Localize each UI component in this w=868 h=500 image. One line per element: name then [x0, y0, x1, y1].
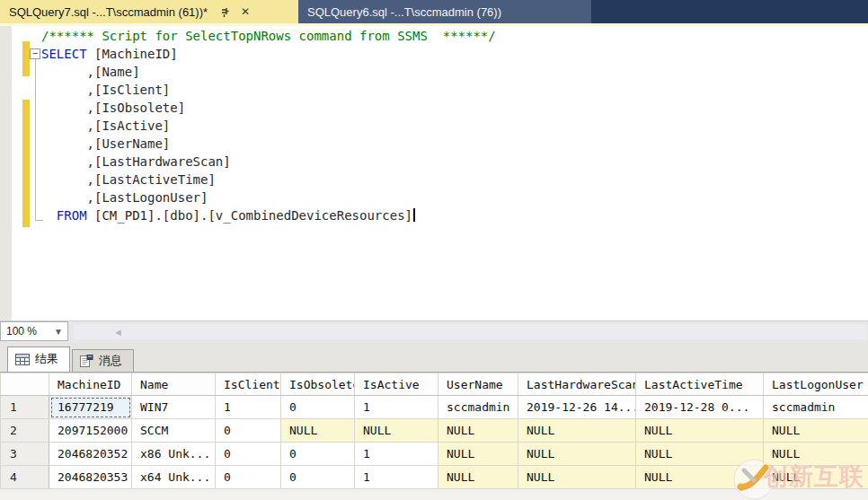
- tab-sqlquery6[interactable]: SQLQuery6.sql -...T\sccmadmin (76)): [298, 0, 591, 23]
- grid-cell[interactable]: NULL: [636, 443, 764, 466]
- sql-indent: [41, 208, 57, 223]
- sql-column: [MachineID]: [87, 47, 178, 61]
- grid-cell[interactable]: NULL: [518, 419, 636, 443]
- grid-cell[interactable]: 1: [355, 396, 438, 419]
- column-header[interactable]: LastHardwareScan: [518, 373, 636, 396]
- results-tab-strip: 结果 消息: [0, 342, 868, 372]
- column-header[interactable]: IsObsolete: [281, 373, 355, 396]
- grid-cell[interactable]: 0: [281, 466, 355, 489]
- row-number[interactable]: 3: [1, 443, 49, 466]
- grid-cell[interactable]: 2097152000: [49, 419, 132, 443]
- outline-guide-line: [35, 59, 36, 220]
- table-row: 2 2097152000 SCCM 0 NULL NULL NULL NULL …: [1, 419, 868, 443]
- scroll-left-icon[interactable]: ◄: [74, 327, 123, 338]
- sql-column: ,[LastLogonUser]: [41, 190, 208, 205]
- results-grid-pane: MachineID Name IsClient IsObsolete IsAct…: [0, 372, 868, 500]
- column-header[interactable]: LastLogonUser: [764, 373, 868, 396]
- row-number[interactable]: 2: [1, 419, 49, 443]
- tab-label: SQLQuery6.sql -...T\sccmadmin (76)): [307, 5, 501, 19]
- grid-cell[interactable]: x86 Unk...: [132, 443, 216, 466]
- grid-cell[interactable]: 2046820352: [49, 443, 132, 466]
- grid-cell[interactable]: 1: [355, 443, 438, 466]
- grid-cell[interactable]: 0: [281, 396, 355, 419]
- grid-cell[interactable]: x64 Unk...: [132, 466, 216, 489]
- change-tracking-bar: [22, 41, 30, 76]
- close-icon[interactable]: ✕: [241, 5, 250, 18]
- row-number[interactable]: 1: [1, 396, 49, 419]
- sql-column: ,[Name]: [41, 65, 140, 79]
- document-tab-bar: SQLQuery7.sql -...T\sccmadmin (61))* ✕ S…: [0, 0, 868, 23]
- grid-cell[interactable]: NULL: [281, 419, 355, 443]
- grid-cell[interactable]: NULL: [636, 466, 764, 489]
- grid-icon: [15, 354, 30, 365]
- sql-keyword-select: SELECT: [41, 47, 87, 61]
- grid-cell[interactable]: NULL: [355, 419, 438, 443]
- column-header[interactable]: IsActive: [355, 373, 438, 396]
- sql-code[interactable]: /****** Script for SelectTopNRows comman…: [41, 27, 496, 224]
- grid-cell[interactable]: WIN7: [132, 396, 216, 419]
- row-number[interactable]: 4: [1, 466, 49, 489]
- grid-cell[interactable]: 2019-12-28 0...: [636, 396, 764, 419]
- tab-results[interactable]: 结果: [7, 346, 70, 372]
- grid-cell[interactable]: sccmadmin: [438, 396, 518, 419]
- sql-column: ,[LastActiveTime]: [41, 172, 216, 187]
- column-header[interactable]: IsClient: [216, 373, 281, 396]
- column-header[interactable]: Name: [132, 373, 216, 396]
- grid-cell[interactable]: NULL: [764, 443, 868, 466]
- grid-cell[interactable]: NULL: [438, 419, 518, 443]
- results-tab-label: 结果: [35, 351, 58, 367]
- grid-cell[interactable]: 1: [216, 396, 281, 419]
- sql-comment: /****** Script for SelectTopNRows comman…: [41, 29, 496, 43]
- results-grid: MachineID Name IsClient IsObsolete IsAct…: [0, 373, 868, 489]
- grid-cell[interactable]: NULL: [764, 419, 868, 443]
- sql-column: ,[LastHardwareScan]: [41, 154, 231, 169]
- grid-cell-selected[interactable]: 16777219: [49, 396, 132, 419]
- tab-messages[interactable]: 消息: [72, 349, 134, 372]
- text-cursor: [413, 208, 415, 222]
- tab-label: SQLQuery7.sql -...T\sccmadmin (61))*: [9, 5, 208, 19]
- column-header[interactable]: MachineID: [49, 373, 132, 396]
- grid-cell[interactable]: 0: [216, 466, 281, 489]
- corner-header[interactable]: [1, 373, 49, 396]
- zoom-dropdown[interactable]: 100 % ▼: [0, 321, 68, 341]
- grid-cell[interactable]: NULL: [518, 466, 636, 489]
- messages-tab-label: 消息: [99, 353, 122, 369]
- grid-cell[interactable]: sccmadmin: [764, 396, 868, 419]
- messages-icon: [80, 355, 93, 367]
- editor-bottom-strip: 100 % ▼ ◄: [0, 320, 868, 342]
- grid-cell[interactable]: NULL: [518, 443, 636, 466]
- chevron-down-icon[interactable]: ▼: [49, 327, 67, 337]
- table-row: 4 2046820353 x64 Unk... 0 0 1 NULL NULL …: [1, 466, 868, 489]
- sql-editor[interactable]: − /****** Script for SelectTopNRows comm…: [0, 26, 868, 320]
- sql-column: ,[IsClient]: [41, 83, 170, 97]
- grid-cell[interactable]: NULL: [438, 443, 518, 466]
- grid-cell[interactable]: 0: [216, 419, 281, 443]
- sql-keyword-from: FROM: [57, 208, 87, 223]
- horizontal-scrollbar[interactable]: ◄: [74, 324, 866, 339]
- editor-indicator-margin: [0, 26, 12, 320]
- grid-cell[interactable]: NULL: [438, 466, 518, 489]
- grid-cell[interactable]: 0: [281, 443, 355, 466]
- grid-header-row: MachineID Name IsClient IsObsolete IsAct…: [1, 373, 868, 396]
- grid-cell[interactable]: NULL: [764, 466, 868, 489]
- zoom-value: 100 %: [6, 325, 37, 338]
- change-tracking-bar: [22, 100, 30, 227]
- grid-cell[interactable]: 1: [355, 466, 438, 489]
- grid-cell[interactable]: 2046820353: [49, 466, 132, 489]
- grid-cell[interactable]: 0: [216, 443, 281, 466]
- grid-cell[interactable]: SCCM: [132, 419, 216, 443]
- grid-cell[interactable]: 2019-12-26 14...: [518, 396, 636, 419]
- collapse-region-icon[interactable]: −: [30, 48, 40, 59]
- pin-icon[interactable]: [220, 6, 230, 17]
- sql-column: ,[UserName]: [41, 136, 170, 151]
- table-row: 3 2046820352 x86 Unk... 0 0 1 NULL NULL …: [1, 443, 868, 466]
- grid-cell[interactable]: NULL: [636, 419, 764, 443]
- tab-sqlquery7[interactable]: SQLQuery7.sql -...T\sccmadmin (61))* ✕: [0, 0, 298, 23]
- sql-table-ref: [CM_PD1].[dbo].[v_CombinedDeviceResource…: [87, 208, 412, 223]
- table-row: 1 16777219 WIN7 1 0 1 sccmadmin 2019-12-…: [1, 396, 868, 419]
- column-header[interactable]: LastActiveTime: [636, 373, 764, 396]
- sql-column: ,[IsActive]: [41, 118, 170, 133]
- sql-column: ,[IsObsolete]: [41, 101, 185, 115]
- column-header[interactable]: UserName: [438, 373, 518, 396]
